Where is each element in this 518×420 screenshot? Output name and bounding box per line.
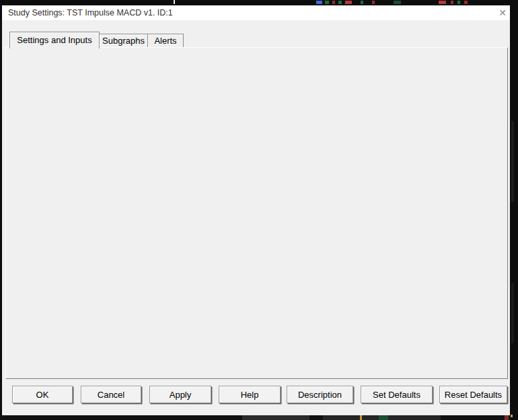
dialog-title: Study Settings: TST Impulse MACD v1. ID:… [8, 8, 173, 18]
help-button[interactable]: Help [219, 386, 281, 403]
background-chart-strip-right [510, 0, 518, 420]
chart-texture [511, 415, 513, 417]
candle-mark [360, 415, 362, 420]
background-chart-strip-top [0, 0, 518, 5]
candle-mark [338, 1, 342, 4]
candle-mark [394, 1, 401, 4]
reset-defaults-button[interactable]: Reset Defaults [439, 386, 507, 403]
candle-mark [316, 1, 322, 4]
chart-texture [511, 121, 514, 202]
cancel-button[interactable]: Cancel [81, 386, 141, 403]
candle-mark [361, 1, 363, 4]
tab-page-settings-and-inputs [5, 47, 508, 379]
candle-mark [372, 1, 375, 4]
chart-texture [511, 283, 514, 343]
candle-mark [345, 1, 352, 4]
candle-mark [451, 1, 453, 4]
close-icon[interactable]: ✕ [496, 7, 509, 19]
tab-settings-and-inputs[interactable]: Settings and Inputs [9, 32, 100, 48]
background-chart-strip-bottom [0, 415, 510, 420]
dialog-titlebar: Study Settings: TST Impulse MACD v1. ID:… [2, 5, 510, 20]
candle-mark [505, 415, 509, 420]
chart-texture [242, 415, 309, 420]
candle-mark [379, 415, 388, 420]
candle-mark [332, 1, 335, 4]
description-button[interactable]: Description [287, 386, 353, 403]
candle-mark [464, 1, 468, 4]
candle-mark [439, 1, 446, 4]
apply-button[interactable]: Apply [149, 386, 211, 403]
chart-tick-mark [174, 0, 175, 4]
tab-alerts[interactable]: Alerts [147, 34, 184, 48]
set-defaults-button[interactable]: Set Defaults [361, 386, 433, 403]
candle-mark [325, 1, 329, 4]
ok-button[interactable]: OK [12, 386, 73, 403]
study-settings-dialog-screen: Study Settings: TST Impulse MACD v1. ID:… [0, 0, 518, 420]
candle-mark [457, 1, 460, 4]
tab-subgraphs[interactable]: Subgraphs [99, 34, 148, 48]
